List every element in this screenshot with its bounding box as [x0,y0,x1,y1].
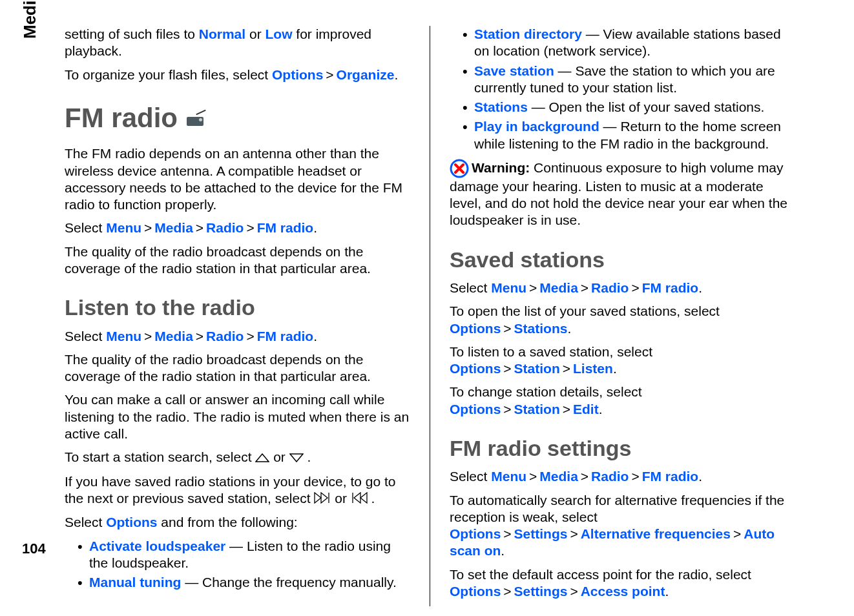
separator: > [631,280,639,295]
text: . [567,321,571,336]
warning-icon [450,159,469,178]
triangle-down-icon [289,449,304,466]
keyword-stations: Stations [514,321,568,336]
text: To organize your flash files, select [65,67,272,82]
separator: > [246,329,254,344]
svg-marker-3 [321,493,328,503]
paragraph: To open the list of your saved stations,… [450,303,795,337]
keyword-fmradio: FM radio [642,469,699,484]
separator: > [503,361,511,376]
text: . [394,67,398,82]
svg-marker-6 [354,493,360,503]
keyword-listen: Listen [573,361,613,376]
left-column: setting of such files to Normal or Low f… [52,26,423,606]
right-column: Station directory — View available stati… [437,26,808,606]
separator: > [563,402,570,416]
text: To change station details, select [450,384,642,399]
options-list: Activate loudspeaker — Listen to the rad… [65,538,410,591]
skip-back-icon [351,491,368,508]
text: Select [450,469,491,484]
paragraph: The FM radio depends on an antenna other… [65,145,410,213]
keyword-media: Media [154,220,193,235]
keyword-activate-loudspeaker: Activate loudspeaker [89,539,225,553]
paragraph: To automatically search for alternative … [450,492,795,560]
text: . [613,361,617,376]
side-section-label: Media [19,0,41,39]
keyword-options: Options [106,515,157,529]
list-item: Station directory — View available stati… [463,26,795,60]
paragraph: To start a station search, select or . [65,449,410,467]
keyword-save-station: Save station [474,63,554,78]
paragraph: If you have saved radio stations in your… [65,473,410,508]
text: . [313,220,317,235]
text: Select [65,220,106,235]
page-container: Media 104 setting of such files to Norma… [0,0,854,616]
text: setting of such files to [65,26,199,41]
separator: > [196,220,203,235]
svg-marker-1 [290,454,303,462]
heading-listen: Listen to the radio [65,294,410,322]
keyword-alt-freq: Alternative frequencies [581,526,731,541]
separator: > [581,280,588,295]
keyword-options: Options [450,526,501,541]
paragraph: The quality of the radio broadcast depen… [65,351,410,385]
separator: > [529,280,537,295]
column-divider [430,26,430,606]
keyword-fmradio: FM radio [642,280,699,295]
text: Select [65,329,106,344]
text: . [698,280,702,295]
text: and from the following: [158,515,298,529]
text: . [371,491,375,506]
paragraph: To set the default access point for the … [450,566,795,601]
text: . [307,449,311,464]
list-item: Manual tuning — Change the frequency man… [78,574,410,591]
keyword-radio: Radio [206,329,244,344]
text: To open the list of your saved stations,… [450,303,720,318]
keyword-radio: Radio [591,280,629,295]
keyword-fmradio: FM radio [257,329,314,344]
paragraph: To change station details, select Option… [450,384,795,418]
keyword-station-directory: Station directory [474,26,582,41]
text: To set the default access point for the … [450,567,751,582]
nav-path: Select Menu>Media>Radio>FM radio. [65,220,410,236]
keyword-options: Options [450,361,501,376]
keyword-organize: Organize [337,67,395,82]
separator: > [581,469,588,484]
separator: > [563,361,570,376]
keyword-menu: Menu [491,280,526,295]
keyword-options: Options [450,402,501,416]
options-list: Station directory — View available stati… [450,26,795,152]
keyword-manual-tuning: Manual tuning [89,575,181,590]
separator: > [144,220,152,235]
separator: > [529,469,537,484]
radio-icon [187,110,205,126]
keyword-options: Options [450,321,501,336]
separator: > [570,526,578,541]
separator: > [196,329,203,344]
separator: > [144,329,152,344]
text: — Change the frequency manually. [181,575,396,590]
keyword-fmradio: FM radio [257,220,314,235]
svg-marker-2 [315,493,321,503]
text: or [335,491,351,506]
heading-saved-stations: Saved stations [450,246,795,274]
heading-fm-settings: FM radio settings [450,435,795,462]
keyword-menu: Menu [106,329,141,344]
list-item: Stations — Open the list of your saved s… [463,99,795,116]
keyword-options: Options [450,584,501,599]
separator: > [503,526,511,541]
keyword-radio: Radio [206,220,244,235]
keyword-play-background: Play in background [474,119,599,134]
skip-forward-icon [314,491,331,508]
text: To automatically search for alternative … [450,493,784,524]
svg-marker-0 [256,454,269,462]
heading-text: FM radio [65,101,178,136]
keyword-radio: Radio [591,469,629,484]
text: . [665,584,669,599]
text: . [599,402,603,416]
keyword-normal: Normal [199,26,245,41]
keyword-stations: Stations [474,99,528,114]
text: To listen to a saved station, select [450,344,652,359]
warning-label: Warning: [472,159,534,174]
text: Select [450,280,491,295]
